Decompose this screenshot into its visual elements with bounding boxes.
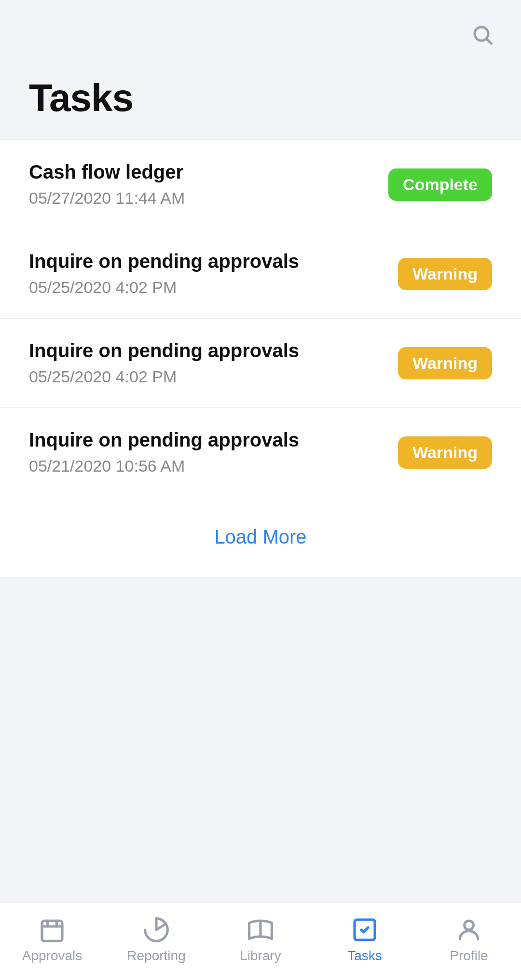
task-item[interactable]: Cash flow ledger 05/27/2020 11:44 AM Com…: [0, 140, 521, 229]
top-bar: [0, 0, 521, 61]
task-item[interactable]: Inquire on pending approvals 05/21/2020 …: [0, 408, 521, 497]
task-info: Cash flow ledger 05/27/2020 11:44 AM: [29, 161, 388, 208]
task-name: Inquire on pending approvals: [29, 340, 398, 362]
status-badge: Warning: [398, 258, 492, 290]
status-badge: Warning: [398, 436, 492, 469]
task-date: 05/27/2020 11:44 AM: [29, 189, 388, 208]
task-date: 05/25/2020 4:02 PM: [29, 367, 398, 386]
bottom-spacer: [0, 577, 521, 722]
svg-rect-2: [42, 921, 62, 941]
tasks-label: Tasks: [347, 948, 382, 964]
nav-item-tasks[interactable]: Tasks: [313, 916, 417, 964]
task-info: Inquire on pending approvals 05/21/2020 …: [29, 429, 398, 476]
task-info: Inquire on pending approvals 05/25/2020 …: [29, 251, 398, 297]
nav-item-library[interactable]: Library: [208, 916, 313, 964]
svg-point-8: [465, 921, 474, 930]
svg-line-1: [487, 39, 492, 44]
library-icon: [247, 916, 274, 943]
approvals-label: Approvals: [22, 948, 82, 964]
task-info: Inquire on pending approvals 05/25/2020 …: [29, 340, 398, 386]
page-title-section: Tasks: [0, 61, 521, 140]
task-name: Inquire on pending approvals: [29, 429, 398, 451]
task-name: Cash flow ledger: [29, 161, 388, 183]
status-badge: Complete: [388, 168, 492, 201]
page-title: Tasks: [29, 76, 492, 120]
load-more-button[interactable]: Load More: [195, 521, 326, 553]
profile-icon: [455, 916, 482, 943]
task-item[interactable]: Inquire on pending approvals 05/25/2020 …: [0, 229, 521, 319]
svg-point-0: [475, 27, 488, 41]
task-item[interactable]: Inquire on pending approvals 05/25/2020 …: [0, 319, 521, 408]
library-label: Library: [240, 948, 281, 964]
bottom-nav: Approvals Reporting Library Tasks Profil…: [0, 903, 521, 980]
tasks-icon: [351, 916, 378, 943]
approvals-icon: [39, 916, 66, 943]
reporting-label: Reporting: [127, 948, 185, 964]
task-date: 05/21/2020 10:56 AM: [29, 457, 398, 476]
status-badge: Warning: [398, 347, 492, 379]
task-date: 05/25/2020 4:02 PM: [29, 278, 398, 297]
tasks-list: Cash flow ledger 05/27/2020 11:44 AM Com…: [0, 140, 521, 497]
search-icon: [471, 23, 494, 46]
search-button[interactable]: [467, 19, 498, 52]
load-more-container: Load More: [0, 497, 521, 577]
nav-item-reporting[interactable]: Reporting: [104, 916, 208, 964]
nav-item-approvals[interactable]: Approvals: [0, 916, 104, 964]
task-name: Inquire on pending approvals: [29, 251, 398, 272]
reporting-icon: [143, 916, 170, 943]
nav-item-profile[interactable]: Profile: [417, 916, 521, 964]
profile-label: Profile: [450, 948, 488, 964]
